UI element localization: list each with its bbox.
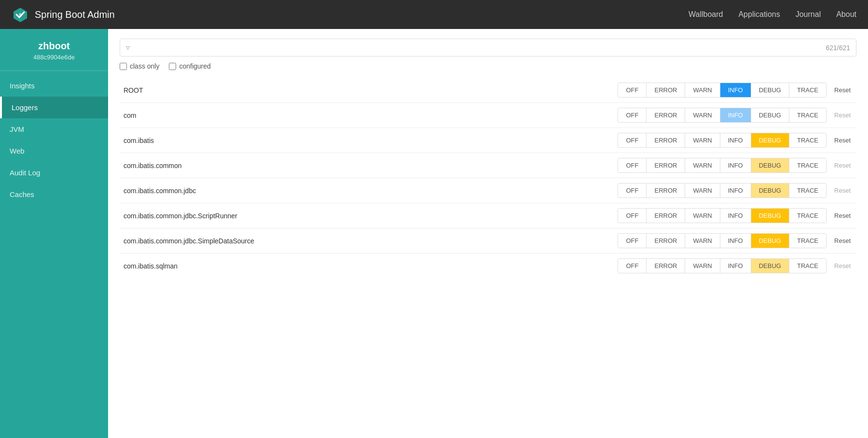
level-btn-info[interactable]: INFO	[720, 234, 751, 248]
logger-name: ROOT	[120, 78, 525, 103]
level-btn-warn[interactable]: WARN	[685, 184, 720, 198]
brand-title: Spring Boot Admin	[35, 9, 115, 20]
table-row: com.ibatis.commonOFFERRORWARNINFODEBUGTR…	[120, 153, 856, 178]
level-btn-off[interactable]: OFF	[618, 133, 647, 147]
level-btn-error[interactable]: ERROR	[647, 83, 685, 97]
level-button-group: OFFERRORWARNINFODEBUGTRACE	[618, 83, 827, 98]
configured-checkbox[interactable]	[169, 63, 176, 70]
level-btn-off[interactable]: OFF	[618, 108, 647, 122]
configured-label: configured	[179, 62, 210, 70]
sidebar-user: zhboot 488c9904e6de	[0, 29, 108, 71]
level-btn-error[interactable]: ERROR	[647, 184, 685, 198]
reset-button[interactable]: Reset	[832, 209, 853, 223]
top-navigation: Spring Boot Admin Wallboard Applications…	[0, 0, 868, 29]
level-button-group: OFFERRORWARNINFODEBUGTRACE	[618, 158, 827, 173]
reset-button[interactable]: Reset	[832, 83, 853, 97]
level-btn-off[interactable]: OFF	[618, 158, 647, 172]
logger-table: ROOTOFFERRORWARNINFODEBUGTRACEResetcomOF…	[120, 78, 856, 278]
reset-button[interactable]: Reset	[832, 259, 853, 273]
nav-wallboard[interactable]: Wallboard	[689, 10, 723, 19]
level-btn-info[interactable]: INFO	[720, 259, 751, 273]
level-btn-debug[interactable]: DEBUG	[751, 184, 789, 198]
logger-controls: OFFERRORWARNINFODEBUGTRACEReset	[525, 153, 856, 178]
level-btn-info[interactable]: INFO	[720, 158, 751, 172]
level-btn-debug[interactable]: DEBUG	[751, 209, 789, 223]
logger-name: com.ibatis.common	[120, 153, 525, 178]
sidebar-item-audit-log[interactable]: Audit Log	[0, 162, 108, 184]
level-btn-error[interactable]: ERROR	[647, 108, 685, 122]
level-btn-error[interactable]: ERROR	[647, 259, 685, 273]
reset-button[interactable]: Reset	[832, 184, 853, 198]
logger-controls: OFFERRORWARNINFODEBUGTRACEReset	[525, 78, 856, 103]
level-btn-error[interactable]: ERROR	[647, 133, 685, 147]
configured-filter[interactable]: configured	[169, 62, 210, 70]
level-btn-info[interactable]: INFO	[720, 184, 751, 198]
level-button-group: OFFERRORWARNINFODEBUGTRACE	[618, 233, 827, 248]
level-btn-off[interactable]: OFF	[618, 83, 647, 97]
nav-journal[interactable]: Journal	[796, 10, 821, 19]
logger-controls: OFFERRORWARNINFODEBUGTRACEReset	[525, 178, 856, 203]
level-btn-warn[interactable]: WARN	[685, 133, 720, 147]
filter-icon: ▿	[126, 43, 130, 52]
class-only-checkbox[interactable]	[120, 63, 127, 70]
level-btn-off[interactable]: OFF	[618, 209, 647, 223]
nav-links: Wallboard Applications Journal About	[689, 10, 856, 19]
level-btn-trace[interactable]: TRACE	[789, 209, 826, 223]
level-btn-debug[interactable]: DEBUG	[751, 234, 789, 248]
nav-applications[interactable]: Applications	[738, 10, 780, 19]
layout: zhboot 488c9904e6de Insights Loggers JVM…	[0, 29, 868, 438]
level-btn-debug[interactable]: DEBUG	[751, 133, 789, 147]
level-btn-trace[interactable]: TRACE	[789, 133, 826, 147]
level-button-group: OFFERRORWARNINFODEBUGTRACE	[618, 108, 827, 123]
reset-button[interactable]: Reset	[832, 234, 853, 248]
level-btn-debug[interactable]: DEBUG	[751, 108, 789, 122]
level-btn-warn[interactable]: WARN	[685, 83, 720, 97]
level-btn-info[interactable]: INFO	[720, 108, 751, 122]
search-count: 621/621	[826, 44, 850, 52]
level-btn-warn[interactable]: WARN	[685, 234, 720, 248]
level-btn-off[interactable]: OFF	[618, 184, 647, 198]
level-btn-debug[interactable]: DEBUG	[751, 158, 789, 172]
logger-controls: OFFERRORWARNINFODEBUGTRACEReset	[525, 203, 856, 228]
sidebar-item-jvm[interactable]: JVM	[0, 118, 108, 140]
reset-button[interactable]: Reset	[832, 158, 853, 172]
level-btn-trace[interactable]: TRACE	[789, 158, 826, 172]
sidebar-item-caches[interactable]: Caches	[0, 184, 108, 205]
level-btn-error[interactable]: ERROR	[647, 158, 685, 172]
level-button-group: OFFERRORWARNINFODEBUGTRACE	[618, 258, 827, 273]
logger-name: com.ibatis.common.jdbc.SimpleDataSource	[120, 228, 525, 254]
level-btn-warn[interactable]: WARN	[685, 108, 720, 122]
level-btn-info[interactable]: INFO	[720, 209, 751, 223]
level-btn-off[interactable]: OFF	[618, 259, 647, 273]
search-input[interactable]	[134, 44, 822, 52]
level-btn-info[interactable]: INFO	[720, 83, 751, 97]
level-btn-info[interactable]: INFO	[720, 133, 751, 147]
level-btn-warn[interactable]: WARN	[685, 158, 720, 172]
class-only-label: class only	[130, 62, 159, 70]
level-btn-debug[interactable]: DEBUG	[751, 83, 789, 97]
level-btn-debug[interactable]: DEBUG	[751, 259, 789, 273]
level-btn-warn[interactable]: WARN	[685, 209, 720, 223]
table-row: comOFFERRORWARNINFODEBUGTRACEReset	[120, 103, 856, 128]
level-btn-trace[interactable]: TRACE	[789, 83, 826, 97]
level-btn-off[interactable]: OFF	[618, 234, 647, 248]
reset-button[interactable]: Reset	[832, 108, 853, 122]
nav-about[interactable]: About	[836, 10, 856, 19]
reset-button[interactable]: Reset	[832, 133, 853, 147]
level-btn-trace[interactable]: TRACE	[789, 234, 826, 248]
level-btn-error[interactable]: ERROR	[647, 234, 685, 248]
sidebar-item-insights[interactable]: Insights	[0, 75, 108, 97]
main-content: ▿ 621/621 class only configured ROOTOFFE…	[108, 29, 868, 438]
level-btn-error[interactable]: ERROR	[647, 209, 685, 223]
level-btn-trace[interactable]: TRACE	[789, 259, 826, 273]
sidebar-item-web[interactable]: Web	[0, 140, 108, 162]
sidebar-item-loggers[interactable]: Loggers	[0, 97, 108, 118]
level-btn-trace[interactable]: TRACE	[789, 184, 826, 198]
level-btn-warn[interactable]: WARN	[685, 259, 720, 273]
logger-controls: OFFERRORWARNINFODEBUGTRACEReset	[525, 128, 856, 153]
class-only-filter[interactable]: class only	[120, 62, 159, 70]
level-btn-trace[interactable]: TRACE	[789, 108, 826, 122]
logger-name: com.ibatis.common.jdbc	[120, 178, 525, 203]
sidebar-instance-id: 488c9904e6de	[8, 54, 100, 61]
brand: Spring Boot Admin	[12, 6, 115, 23]
